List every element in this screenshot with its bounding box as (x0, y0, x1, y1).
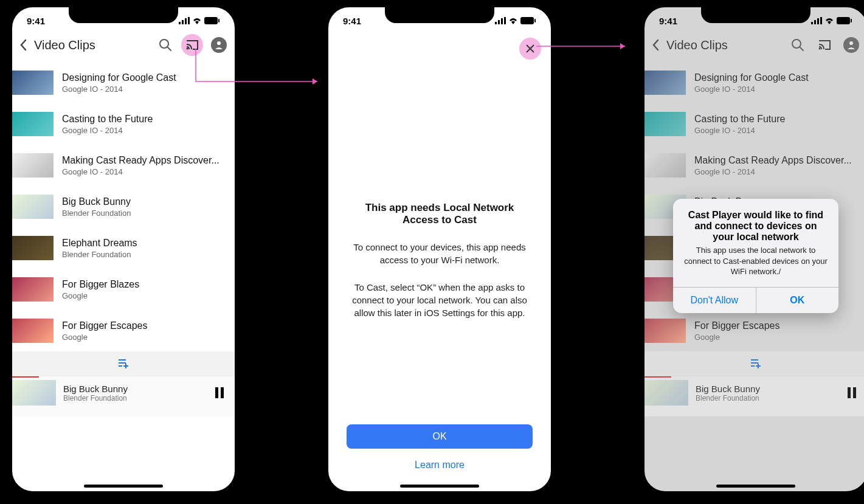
ok-button[interactable]: OK (347, 424, 533, 449)
wifi-icon (192, 17, 202, 24)
status-icons (179, 17, 220, 24)
close-icon (526, 44, 534, 53)
video-list[interactable]: Designing for Google CastGoogle IO - 201… (12, 62, 235, 351)
battery-icon (204, 17, 220, 24)
svg-line-7 (168, 47, 171, 50)
svg-rect-15 (215, 387, 218, 398)
signal-icon (495, 17, 506, 24)
phone-screen-3: 9:41 Video Clips Designing for Google Ca… (637, 0, 864, 499)
pause-button[interactable] (215, 387, 224, 398)
explainer-heading: This app needs Local Network Access to C… (347, 202, 533, 226)
dont-allow-button[interactable]: Don't Allow (673, 288, 756, 313)
search-icon (159, 38, 172, 52)
list-item[interactable]: For Bigger EscapesGoogle (12, 310, 235, 351)
list-item[interactable]: Making Cast Ready Apps Discover...Google… (12, 145, 235, 186)
video-subtitle: Google (62, 291, 139, 300)
status-time: 9:41 (343, 16, 361, 26)
svg-rect-0 (179, 22, 181, 24)
svg-rect-3 (188, 17, 190, 24)
status-icons (495, 17, 536, 24)
video-subtitle: Google IO - 2014 (62, 167, 219, 176)
svg-rect-4 (204, 17, 218, 24)
video-title: Making Cast Ready Apps Discover... (62, 155, 219, 166)
avatar-icon (211, 37, 227, 53)
video-thumbnail (12, 71, 54, 95)
pause-icon (215, 387, 224, 398)
video-thumbnail (12, 277, 54, 302)
search-button[interactable] (154, 34, 176, 56)
close-button-highlighted[interactable] (519, 38, 541, 60)
queue-bar[interactable] (12, 351, 235, 376)
notch (701, 6, 810, 23)
video-thumbnail (12, 236, 54, 260)
notch (69, 6, 178, 23)
explainer-paragraph-2: To Cast, select “OK” when the app asks t… (347, 281, 533, 319)
list-item[interactable]: Casting to the FutureGoogle IO - 2014 (12, 103, 235, 145)
phone-screen-1: 9:41 Video Clips Designing for Google Ca… (5, 0, 242, 499)
notch (385, 6, 494, 23)
svg-rect-16 (221, 387, 224, 398)
video-subtitle: Google IO - 2014 (62, 126, 153, 135)
phone-screen-2: 9:41 This app needs Local Network Access… (321, 0, 558, 499)
svg-rect-20 (504, 17, 506, 24)
list-item[interactable]: Big Buck BunnyBlender Foundation (12, 186, 235, 227)
mini-thumbnail (12, 380, 56, 406)
mini-subtitle: Blender Foundation (63, 394, 208, 402)
video-title: Designing for Google Cast (62, 72, 176, 83)
video-thumbnail (12, 153, 54, 178)
home-indicator[interactable] (84, 485, 163, 488)
video-subtitle: Blender Foundation (62, 250, 137, 259)
list-item[interactable]: Designing for Google CastGoogle IO - 201… (12, 62, 235, 103)
playlist-add-icon (117, 359, 130, 368)
list-item[interactable]: For Bigger BlazesGoogle (12, 269, 235, 310)
video-title: For Bigger Escapes (62, 320, 148, 331)
video-subtitle: Google IO - 2014 (62, 85, 176, 94)
alert-buttons: Don't Allow OK (673, 287, 838, 313)
app-header: Video Clips (12, 32, 235, 62)
video-subtitle: Blender Foundation (62, 209, 131, 218)
video-title: Casting to the Future (62, 114, 153, 125)
video-title: For Bigger Blazes (62, 279, 139, 290)
svg-rect-19 (501, 18, 503, 24)
alert-message: This app uses the local network to conne… (673, 245, 838, 287)
status-time: 9:41 (27, 16, 45, 26)
video-title: Big Buck Bunny (62, 196, 131, 207)
wifi-icon (508, 17, 518, 24)
mini-progress-bar (12, 376, 39, 378)
video-thumbnail (12, 195, 54, 219)
signal-icon (179, 17, 190, 24)
account-button[interactable] (208, 34, 230, 56)
svg-point-6 (160, 40, 168, 48)
home-indicator[interactable] (400, 485, 479, 488)
video-subtitle: Google (62, 333, 148, 342)
ios-permission-alert: Cast Player would like to find and conne… (673, 199, 838, 313)
cast-icon (185, 40, 199, 50)
chevron-left-icon (19, 39, 27, 51)
svg-rect-18 (498, 20, 500, 24)
explainer-paragraph-1: To connect to your devices, this app nee… (347, 241, 533, 266)
back-button[interactable] (17, 39, 29, 51)
svg-rect-22 (534, 19, 536, 22)
ok-button[interactable]: OK (756, 288, 839, 313)
svg-rect-17 (495, 22, 497, 24)
mini-player[interactable]: Big Buck Bunny Blender Foundation (12, 376, 235, 416)
alert-title: Cast Player would like to find and conne… (673, 199, 838, 245)
cast-button-highlighted[interactable] (181, 34, 203, 56)
svg-rect-2 (185, 18, 187, 24)
svg-rect-21 (520, 17, 534, 24)
permission-explainer: This app needs Local Network Access to C… (328, 32, 551, 491)
svg-rect-1 (182, 20, 184, 24)
battery-icon (520, 17, 536, 24)
mini-title: Big Buck Bunny (63, 384, 208, 394)
svg-point-9 (217, 41, 221, 45)
svg-rect-5 (218, 19, 219, 22)
video-title: Elephant Dreams (62, 238, 137, 249)
page-title: Video Clips (34, 38, 150, 52)
list-item[interactable]: Elephant DreamsBlender Foundation (12, 227, 235, 269)
video-thumbnail (12, 319, 54, 343)
video-thumbnail (12, 112, 54, 136)
svg-point-8 (187, 48, 188, 50)
